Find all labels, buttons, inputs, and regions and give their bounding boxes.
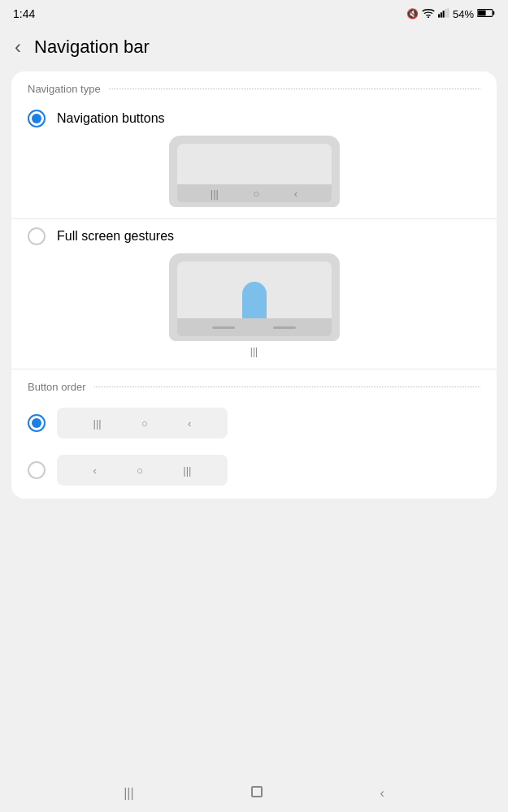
order1-icon1: ||| bbox=[93, 417, 102, 430]
page-title: Navigation bar bbox=[34, 37, 150, 58]
nav-recent-icon: ||| bbox=[211, 188, 219, 200]
button-order-1-radio[interactable] bbox=[28, 414, 46, 432]
gesture-line-left bbox=[212, 326, 235, 329]
wifi-icon bbox=[422, 8, 435, 20]
bottom-home-icon bbox=[251, 786, 263, 801]
navigation-buttons-option[interactable]: Navigation buttons ||| ○ ‹ bbox=[11, 102, 497, 219]
svg-point-0 bbox=[428, 16, 429, 18]
bottom-recent-icon: ||| bbox=[124, 786, 133, 801]
gesture-box bbox=[169, 253, 340, 341]
nav-home-icon: ○ bbox=[253, 188, 259, 200]
bottom-back-icon: ‹ bbox=[380, 786, 384, 801]
navigation-buttons-label: Navigation buttons bbox=[57, 111, 165, 126]
button-order-2-radio[interactable] bbox=[28, 461, 46, 479]
status-time: 1:44 bbox=[13, 7, 35, 20]
header: ‹ Navigation bar bbox=[0, 26, 508, 71]
button-order-2-bar: ‹ ○ ||| bbox=[57, 455, 228, 486]
full-screen-gestures-preview: ||| bbox=[28, 253, 480, 357]
nav-back-icon: ‹ bbox=[294, 188, 297, 200]
main-card: Navigation type Navigation buttons ||| ○… bbox=[11, 71, 497, 499]
back-button[interactable]: ‹ bbox=[8, 32, 28, 62]
button-order-label: Button order bbox=[11, 369, 497, 400]
svg-rect-3 bbox=[443, 11, 445, 17]
svg-rect-5 bbox=[447, 8, 449, 17]
order1-icon3: ‹ bbox=[188, 417, 191, 430]
navigation-buttons-preview: ||| ○ ‹ bbox=[28, 136, 480, 207]
gesture-line-right bbox=[273, 326, 296, 329]
full-screen-gestures-radio[interactable] bbox=[28, 227, 46, 245]
button-order-2-row[interactable]: ‹ ○ ||| bbox=[11, 447, 497, 499]
battery-icon bbox=[477, 8, 495, 20]
navigation-type-label: Navigation type bbox=[11, 71, 497, 102]
order2-icon3: ||| bbox=[183, 464, 191, 477]
bottom-nav-bar: ||| ‹ bbox=[0, 775, 508, 812]
svg-rect-7 bbox=[493, 11, 494, 14]
order1-icon2: ○ bbox=[141, 417, 148, 430]
status-bar: 1:44 🔇 54% bbox=[0, 0, 508, 26]
svg-rect-4 bbox=[445, 9, 446, 18]
order2-icon1: ‹ bbox=[93, 464, 97, 477]
order2-icon2: ○ bbox=[137, 464, 143, 477]
button-order-1-bar: ||| ○ ‹ bbox=[57, 408, 228, 438]
gesture-indicator-label: ||| bbox=[250, 346, 258, 357]
signal-icon bbox=[438, 8, 449, 20]
status-icons: 🔇 54% bbox=[406, 8, 495, 20]
mute-icon: 🔇 bbox=[406, 8, 419, 19]
navigation-buttons-radio[interactable] bbox=[28, 110, 46, 127]
gesture-pill bbox=[242, 282, 267, 318]
full-screen-gestures-option[interactable]: Full screen gestures ||| bbox=[11, 219, 497, 369]
full-screen-gestures-label: Full screen gestures bbox=[57, 229, 174, 244]
svg-rect-2 bbox=[441, 12, 442, 17]
nav-box-buttons: ||| ○ ‹ bbox=[169, 136, 340, 207]
button-order-1-row[interactable]: ||| ○ ‹ bbox=[11, 400, 497, 447]
svg-rect-8 bbox=[478, 10, 486, 15]
battery-text: 54% bbox=[453, 8, 474, 20]
svg-rect-1 bbox=[438, 14, 440, 17]
